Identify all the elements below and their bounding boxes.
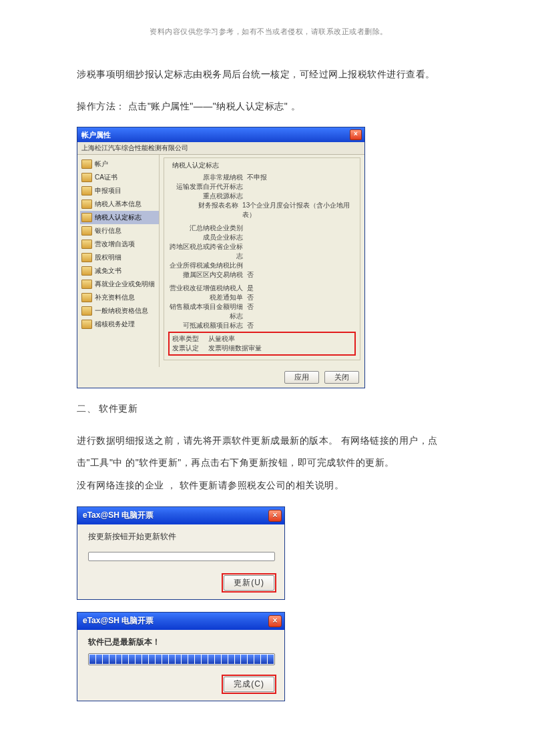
header-disclaimer: 资料内容仅供您学习参考，如有不当或者侵权，请联系改正或者删除。	[77, 27, 461, 37]
prop-row: 税率类型从量税率	[172, 334, 352, 344]
sidebar-item[interactable]: 银行信息	[80, 224, 159, 238]
paragraph-4: 击"工具"中 的"软件更新"，再点击右下角更新按钮，即可完成软件的更新。	[77, 452, 461, 474]
dialog-message: 软件已是最新版本！	[88, 637, 276, 648]
sidebar-item[interactable]: 纳税人基本信息	[80, 198, 159, 211]
folder-icon	[81, 213, 92, 222]
sidebar-item-label: 申报项目	[95, 186, 121, 196]
dialog-message: 按更新按钮开始更新软件	[88, 531, 276, 542]
prop-row: 原非常规纳税不申报	[168, 173, 356, 182]
account-properties-window: 帐户属性 × 上海松江汽车综合性能检测有限公司 帐户 CA证书 申报项目 纳税人…	[77, 127, 365, 388]
prop-row: 成员企业标志	[168, 233, 356, 242]
sidebar-item-label: 稽核税务处理	[95, 320, 135, 329]
prop-row: 重点税源标志	[168, 192, 356, 201]
folder-icon	[81, 200, 92, 209]
group-title: 纳税人认定标志	[171, 161, 220, 170]
sidebar-item-label: 银行信息	[95, 226, 121, 236]
sidebar-nav: 帐户 CA证书 申报项目 纳税人基本信息 纳税人认定标志 银行信息 营改增自选项…	[77, 155, 160, 367]
window-titlebar: 帐户属性 ×	[77, 127, 364, 142]
folder-icon	[81, 159, 92, 169]
sidebar-item[interactable]: 补充资料信息	[80, 291, 159, 304]
sidebar-item-label: CA证书	[95, 173, 117, 182]
progress-bar-empty	[88, 552, 275, 561]
prop-row: 汇总纳税企业类别	[168, 224, 356, 233]
prop-row: 营业税改征增值税纳税人是	[168, 284, 356, 293]
dialog-titlebar: eTax@SH 电脑开票 ×	[77, 507, 284, 524]
section-heading-2: 二、 软件更新	[77, 398, 461, 420]
folder-icon	[81, 173, 92, 182]
company-name: 上海松江汽车综合性能检测有限公司	[77, 142, 364, 155]
dialog-title: eTax@SH 电脑开票	[83, 510, 154, 521]
sidebar-item[interactable]: CA证书	[80, 171, 159, 184]
window-title: 帐户属性	[81, 130, 111, 140]
sidebar-item-selected[interactable]: 纳税人认定标志	[80, 211, 159, 224]
folder-icon	[81, 186, 92, 196]
dialog-title: eTax@SH 电脑开票	[83, 615, 154, 627]
prop-row: 财务报表名称13个企业月度会计报表（含小企地用表）	[168, 201, 356, 220]
prop-row: 税差通知单否	[168, 293, 356, 302]
sidebar-item-label: 减免文书	[95, 266, 121, 276]
close-icon[interactable]: ×	[268, 510, 282, 522]
apply-button[interactable]: 应用	[284, 371, 319, 384]
sidebar-item-label: 补充资料信息	[95, 293, 135, 302]
sidebar-item-label: 帐户	[95, 159, 108, 169]
sidebar-item-label: 纳税人基本信息	[95, 200, 142, 209]
paragraph-2: 操作方法： 点击"账户属性"——"纳税人认定标志" 。	[77, 95, 461, 118]
prop-row: 跨地区税总或跨省企业标志	[168, 242, 356, 261]
prop-row: 销售额成本项目金额明细标志否	[168, 302, 356, 321]
sidebar-item[interactable]: 减免文书	[80, 264, 159, 278]
prop-row: 可抵减税额项目标志否	[168, 321, 356, 330]
close-icon[interactable]: ×	[350, 129, 362, 140]
sidebar-item-label: 一般纳税资格信息	[95, 306, 148, 316]
prop-row: 企业所得税减免纳税比例	[168, 261, 356, 270]
folder-icon	[81, 253, 92, 262]
folder-icon	[81, 266, 92, 276]
sidebar-item[interactable]: 稽核税务处理	[80, 318, 159, 331]
sidebar-item[interactable]: 营改增自选项	[80, 238, 159, 251]
dialog-titlebar: eTax@SH 电脑开票 ×	[77, 613, 284, 630]
highlight-box: 更新(U)	[222, 573, 276, 593]
sidebar-item[interactable]: 申报项目	[80, 184, 159, 198]
highlight-box: 税率类型从量税率 发票认定发票明细数据审量	[168, 332, 356, 356]
sidebar-item[interactable]: 一般纳税资格信息	[80, 304, 159, 318]
folder-icon	[81, 320, 92, 329]
close-button[interactable]: 关闭	[324, 371, 359, 384]
update-dialog-2: eTax@SH 电脑开票 × 软件已是最新版本！ 完成(C)	[77, 612, 285, 701]
sidebar-item-label: 再就业企业或免明细	[95, 280, 155, 289]
paragraph-3: 进行数据明细报送之前，请先将开票软件更新成最新的版本。 有网络链接的用户，点	[77, 430, 461, 452]
sidebar-item[interactable]: 再就业企业或免明细	[80, 278, 159, 291]
folder-icon	[81, 226, 92, 236]
close-icon[interactable]: ×	[268, 615, 282, 627]
update-dialog-1: eTax@SH 电脑开票 × 按更新按钮开始更新软件 更新(U)	[77, 506, 285, 600]
finish-button[interactable]: 完成(C)	[224, 677, 274, 692]
highlight-box: 完成(C)	[222, 675, 276, 694]
folder-icon	[81, 240, 92, 249]
paragraph-1: 涉税事项明细抄报认定标志由税务局后台统一核定，可经过网上报税软件进行查看。	[77, 63, 461, 86]
progress-bar-full	[88, 653, 275, 665]
properties-group: 纳税人认定标志 原非常规纳税不申报 运输发票自开代开标志 重点税源标志 财务报表…	[164, 157, 360, 360]
sidebar-item-label: 纳税人认定标志	[95, 213, 142, 222]
sidebar-item[interactable]: 帐户	[80, 157, 159, 171]
dialog-footer: 应用 关闭	[77, 367, 364, 388]
sidebar-item[interactable]: 股权明细	[80, 251, 159, 264]
sidebar-item-label: 营改增自选项	[95, 240, 135, 249]
update-button[interactable]: 更新(U)	[224, 575, 274, 591]
prop-row: 运输发票自开代开标志	[168, 182, 356, 192]
prop-row: 撤属区区内交易纳税否	[168, 270, 356, 280]
paragraph-5: 没有网络连接的企业 ， 软件更新请参照税友公司的相关说明。	[77, 474, 461, 497]
prop-row: 发票认定发票明细数据审量	[172, 344, 352, 353]
folder-icon	[81, 293, 92, 302]
sidebar-item-label: 股权明细	[95, 253, 121, 262]
folder-icon	[81, 306, 92, 316]
properties-panel: 纳税人认定标志 原非常规纳税不申报 运输发票自开代开标志 重点税源标志 财务报表…	[160, 155, 364, 367]
folder-icon	[81, 280, 92, 289]
